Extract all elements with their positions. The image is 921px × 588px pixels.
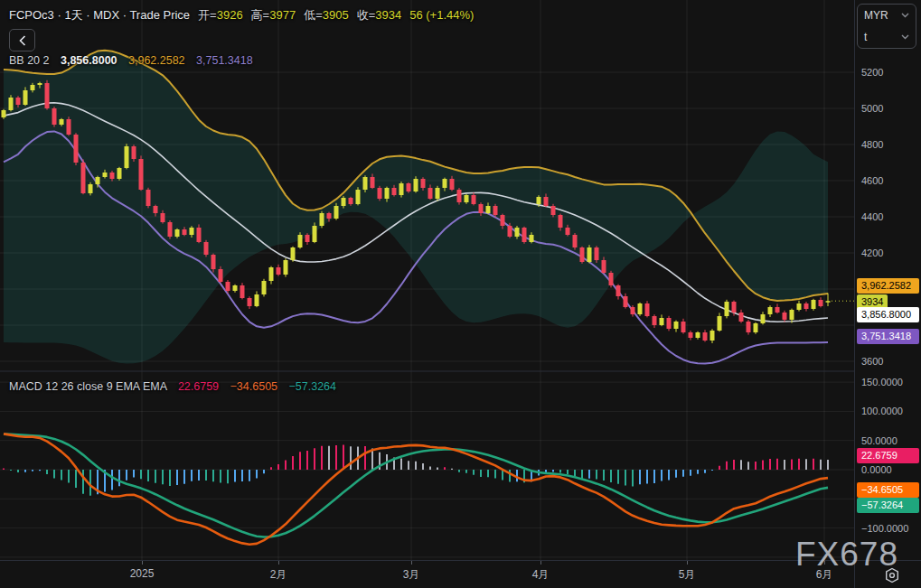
bb-upper-value: 3,962.2582 <box>128 54 185 67</box>
axis-tick: 100.0000 <box>861 405 903 417</box>
currency-value: MYR <box>864 9 888 22</box>
unit-dropdown[interactable]: t <box>858 26 916 48</box>
axis-tick: 50.0000 <box>861 434 898 447</box>
time-tick <box>278 561 279 565</box>
bb-basis-value: 3,856.8000 <box>61 54 117 67</box>
low-value: 3905 <box>323 8 349 22</box>
time-tick <box>142 561 143 565</box>
axis-tick: −100.0000 <box>861 522 908 535</box>
time-tick <box>540 561 541 565</box>
axis-tick: 4800 <box>861 138 883 151</box>
time-label: 2025 <box>130 567 155 580</box>
macd-hist-value: 22.6759 <box>178 380 219 393</box>
time-label: 5月 <box>679 567 696 583</box>
axis-tick: 5200 <box>861 66 883 79</box>
back-button[interactable] <box>9 29 35 51</box>
currency-unit-box: MYR t <box>857 4 916 49</box>
watermark: FX678 <box>795 536 898 574</box>
close-value: 3934 <box>375 8 401 22</box>
main-chart[interactable] <box>0 0 854 560</box>
bb-indicator-row[interactable]: BB 20 2 3,856.8000 3,962.2582 3,751.3418 <box>9 54 253 67</box>
chevron-down-icon <box>901 13 909 18</box>
price-axis[interactable]: 5200500048004600440042003600150.0000100.… <box>854 0 921 560</box>
axis-tick: 0.0000 <box>861 463 892 476</box>
symbol-header: FCPOc3 · 1天 · MDX · Trade Price开=3926高=3… <box>9 7 474 23</box>
chevron-down-icon <box>901 34 909 40</box>
axis-tick: 4400 <box>861 210 883 223</box>
bb-label: BB 20 2 <box>9 54 49 67</box>
macd-signal-value: −57.3264 <box>289 380 336 393</box>
currency-dropdown[interactable]: MYR <box>858 5 916 26</box>
axis-tick: 3600 <box>861 355 883 368</box>
axis-tick: 5000 <box>861 102 883 115</box>
time-axis[interactable]: 20252月3月4月5月6月 <box>0 560 921 588</box>
chevron-left-icon <box>19 35 26 46</box>
open-value: 3926 <box>217 8 243 22</box>
price-chip: −57.3264 <box>857 498 919 513</box>
price-chip: 3,751.3418 <box>857 329 919 344</box>
time-tick <box>411 561 412 565</box>
symbol-title[interactable]: FCPOc3 · 1天 · MDX · Trade Price <box>9 8 190 22</box>
price-chip: 22.6759 <box>857 448 919 463</box>
price-chip: 3,856.8000 <box>857 307 919 322</box>
axis-tick: 4200 <box>861 247 883 259</box>
open-label: 开= <box>198 8 217 22</box>
axis-tick: 150.0000 <box>861 376 903 388</box>
time-label: 3月 <box>403 567 420 583</box>
price-chip: −34.6505 <box>857 482 919 498</box>
macd-indicator-row[interactable]: MACD 12 26 close 9 EMA EMA 22.6759 −34.6… <box>9 380 336 393</box>
trading-chart-app: FCPOc3 · 1天 · MDX · Trade Price开=3926高=3… <box>0 0 921 588</box>
time-label: 2月 <box>270 567 287 583</box>
time-tick <box>687 561 688 565</box>
high-value: 3977 <box>269 8 296 22</box>
close-label: 收= <box>357 8 376 22</box>
high-label: 高= <box>251 8 270 22</box>
time-label: 4月 <box>532 567 550 583</box>
change-value: 56 (+1.44%) <box>409 8 474 22</box>
unit-value: t <box>864 31 867 43</box>
low-label: 低= <box>304 8 323 22</box>
macd-label: MACD 12 26 close 9 EMA EMA <box>9 380 166 393</box>
price-chip: 3,962.2582 <box>857 278 919 294</box>
axis-tick: 4600 <box>861 174 883 187</box>
bb-lower-value: 3,751.3418 <box>196 54 253 67</box>
macd-line-value: −34.6505 <box>230 380 277 393</box>
